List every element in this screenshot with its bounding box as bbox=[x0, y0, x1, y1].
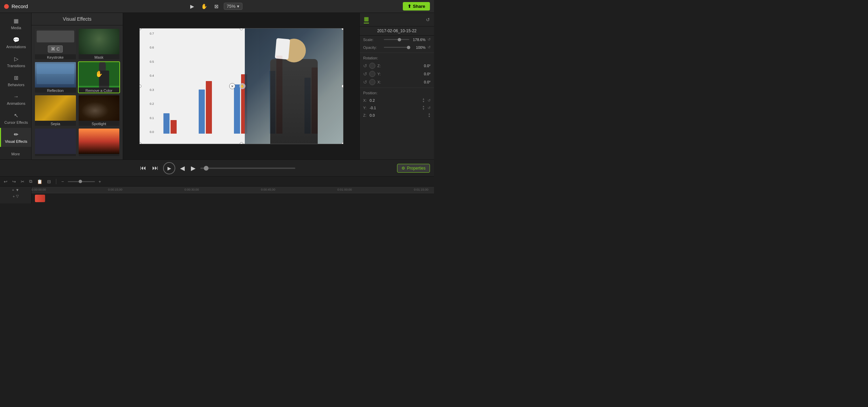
scale-slider[interactable] bbox=[384, 39, 409, 40]
handle-bottom-right[interactable] bbox=[341, 142, 343, 144]
split-btn[interactable]: ⊟ bbox=[46, 178, 52, 185]
opacity-value: 100% bbox=[411, 45, 426, 50]
next-btn[interactable]: ▶ bbox=[190, 163, 197, 173]
zoom-value: 75% bbox=[227, 4, 236, 9]
pos-z-spinner[interactable]: ▲ ▼ bbox=[428, 113, 431, 118]
hand-tool-btn[interactable]: ✋ bbox=[199, 2, 209, 11]
rot-z-ccw-btn[interactable]: ↺ bbox=[363, 63, 367, 69]
opacity-reset-btn[interactable]: ↺ bbox=[428, 45, 431, 50]
sidebar-item-behaviors-label: Behaviors bbox=[8, 83, 24, 87]
top-bar-center: ▶ ✋ ⊠ 75% ▾ bbox=[189, 2, 242, 11]
scale-row: Scale: 178.6% ↺ bbox=[360, 36, 434, 43]
zoom-slider-thumb bbox=[79, 180, 82, 183]
timeline-area: ↩ ↪ ✂ ⧉ 📋 ⊟ − + + ▼ + ▽ 0:00:00;00 0:00:… bbox=[0, 176, 434, 204]
toolbar-separator bbox=[56, 179, 56, 184]
sidebar-item-transitions[interactable]: ▷ Transitions bbox=[0, 52, 31, 71]
pos-y-reset-btn[interactable]: ↺ bbox=[428, 106, 431, 110]
zoom-control[interactable]: 75% ▾ bbox=[224, 3, 242, 10]
top-bar: Record ▶ ✋ ⊠ 75% ▾ ⬆ Share bbox=[0, 0, 434, 13]
sidebar-item-visual-effects[interactable]: ✏ Visual Effects bbox=[0, 128, 31, 147]
track-collapse-btn[interactable]: ▼ bbox=[16, 188, 19, 192]
zoom-slider[interactable] bbox=[68, 181, 95, 182]
player-controls: ⏮ ⏭ ▶ ◀ ▶ ⚙ Properties bbox=[0, 159, 434, 176]
effect-remove-color[interactable]: Remove a Color ✋ bbox=[78, 61, 120, 93]
progress-bar[interactable] bbox=[200, 168, 295, 169]
effect-sepia[interactable]: Sepia bbox=[34, 95, 77, 127]
behaviors-icon: ⊞ bbox=[14, 75, 18, 81]
cut-btn[interactable]: ✂ bbox=[20, 178, 25, 185]
share-button[interactable]: ⬆ Share bbox=[403, 2, 430, 11]
prev-btn[interactable]: ◀ bbox=[179, 163, 186, 173]
pos-x-spinner[interactable]: ▲ ▼ bbox=[422, 98, 425, 103]
effects-panel-title: Visual Effects bbox=[32, 13, 123, 25]
zoom-in-btn[interactable]: + bbox=[98, 178, 102, 185]
handle-middle-right[interactable] bbox=[341, 84, 343, 88]
rot-y-ccw-btn[interactable]: ↺ bbox=[363, 71, 367, 77]
frame-step-btn[interactable]: ⏭ bbox=[151, 163, 160, 173]
effect-item-7[interactable] bbox=[34, 128, 77, 157]
paste-btn[interactable]: 📋 bbox=[36, 178, 43, 185]
handle-bottom-center[interactable] bbox=[240, 142, 243, 144]
track-expand-btn[interactable]: + bbox=[13, 194, 15, 198]
mask-label: Mask bbox=[79, 54, 120, 60]
redo-btn[interactable]: ↪ bbox=[11, 178, 17, 185]
effect-item-8[interactable] bbox=[78, 128, 120, 157]
zoom-out-btn[interactable]: − bbox=[60, 178, 65, 185]
delete-handle[interactable]: ✕ bbox=[229, 83, 235, 89]
position-z-row: Z: 0.0 ▲ ▼ bbox=[360, 112, 434, 119]
pos-z-down-btn[interactable]: ▼ bbox=[428, 115, 431, 118]
effect-keystroke[interactable]: ⌘ C Keystroke bbox=[34, 28, 77, 60]
annotations-icon: 💬 bbox=[13, 37, 20, 43]
sidebar-item-annotations[interactable]: 💬 Annotations bbox=[0, 33, 31, 52]
effect-reflection[interactable]: Reflection bbox=[34, 61, 77, 93]
remove-color-overlay: ✋ bbox=[79, 62, 120, 86]
sidebar-more-btn[interactable]: More bbox=[0, 149, 31, 159]
opacity-slider[interactable] bbox=[384, 47, 409, 48]
scale-reset-btn[interactable]: ↺ bbox=[428, 37, 431, 42]
pos-y-spinner[interactable]: ▲ ▼ bbox=[422, 105, 425, 111]
copy-btn[interactable]: ⧉ bbox=[28, 178, 33, 185]
handle-bottom-left[interactable] bbox=[140, 142, 141, 144]
properties-panel: ▦ ↺ 2017-02-06_10-15-22 Scale: 178.6% ↺ … bbox=[359, 13, 434, 159]
sidebar-item-cursor-effects[interactable]: ↖ Cursor Effects bbox=[0, 109, 31, 128]
canvas-frame: 0.70.60.50.40.30.20.10.0 bbox=[139, 28, 343, 144]
effects-grid: ⌘ C Keystroke Mask Reflection bbox=[32, 25, 123, 159]
visual-effects-icon: ✏ bbox=[14, 131, 18, 138]
animations-icon: → bbox=[14, 94, 19, 100]
handle-top-center[interactable] bbox=[240, 28, 243, 30]
step-back-btn[interactable]: ⏮ bbox=[139, 163, 147, 173]
crop-tool-btn[interactable]: ⊠ bbox=[213, 2, 220, 11]
ruler-mark-2: 0:00:30;00 bbox=[184, 188, 199, 191]
handle-top-left[interactable] bbox=[140, 28, 141, 30]
timeline-ruler: 0:00:00;00 0:00:15;00 0:00:30;00 0:00:45… bbox=[32, 187, 434, 204]
track-clip-1[interactable] bbox=[35, 195, 45, 202]
pos-x-down-btn[interactable]: ▼ bbox=[422, 100, 425, 103]
pos-y-down-btn[interactable]: ▼ bbox=[422, 108, 425, 111]
props-reset-btn[interactable]: ↺ bbox=[426, 17, 430, 22]
track-collapse2-btn[interactable]: ▽ bbox=[16, 194, 19, 198]
rot-x-indicator bbox=[369, 79, 375, 85]
canvas-area: 0.70.60.50.40.30.20.10.0 bbox=[123, 13, 359, 159]
effect-mask[interactable]: Mask bbox=[78, 28, 120, 60]
effect-spotlight[interactable]: Spotlight bbox=[78, 95, 120, 127]
sidebar-item-behaviors[interactable]: ⊞ Behaviors bbox=[0, 71, 31, 90]
undo-btn[interactable]: ↩ bbox=[3, 178, 8, 185]
ruler-mark-5: 0:01:15;00 bbox=[414, 188, 429, 191]
sidebar-item-animations[interactable]: → Animations bbox=[0, 90, 31, 109]
handle-middle-left[interactable] bbox=[140, 84, 141, 88]
pos-x-reset-btn[interactable]: ↺ bbox=[428, 98, 431, 103]
drag-handle[interactable]: ✋ bbox=[239, 83, 245, 89]
props-filename: 2017-02-06_10-15-22 bbox=[360, 26, 434, 36]
sidebar-item-animations-label: Animations bbox=[7, 101, 25, 105]
progress-thumb[interactable] bbox=[204, 166, 209, 171]
rot-x-ccw-btn[interactable]: ↺ bbox=[363, 79, 367, 85]
timeline-tracks: + ▼ + ▽ 0:00:00;00 0:00:15;00 0:00:30;00… bbox=[0, 187, 434, 204]
play-button[interactable]: ▶ bbox=[163, 162, 175, 174]
rot-y-value: 0.0° bbox=[386, 72, 431, 76]
track-add-btn[interactable]: + bbox=[12, 188, 14, 192]
select-tool-btn[interactable]: ▶ bbox=[189, 2, 196, 11]
position-label-row: Position: bbox=[360, 89, 434, 97]
sidebar-item-media[interactable]: ▦ Media bbox=[0, 14, 31, 33]
scale-label: Scale: bbox=[363, 38, 382, 42]
properties-toggle-btn[interactable]: ⚙ Properties bbox=[397, 164, 430, 173]
